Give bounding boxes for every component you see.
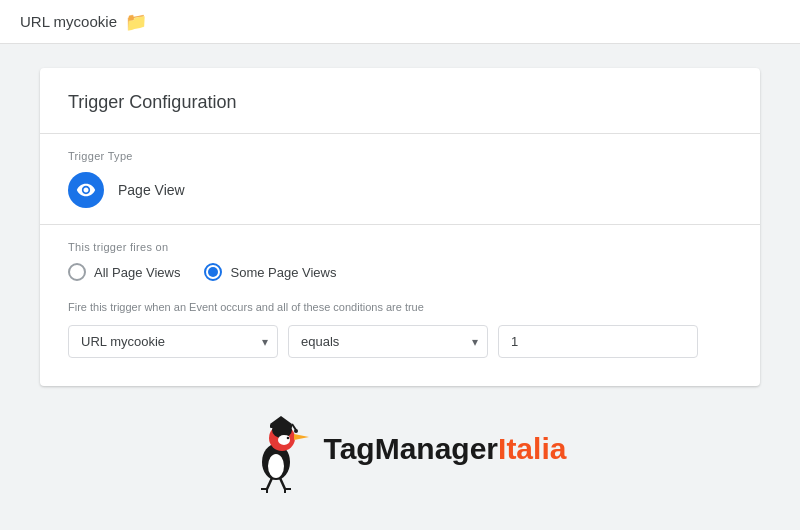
radio-label-some: Some Page Views: [230, 265, 336, 280]
branding-area: TagManagerItalia: [20, 386, 780, 504]
fires-on-section: This trigger fires on All Page Views Som…: [68, 225, 732, 281]
svg-point-1: [268, 454, 284, 478]
brand-text-orange: Italia: [498, 432, 566, 465]
radio-outer-some: [204, 263, 222, 281]
radio-label-all: All Page Views: [94, 265, 180, 280]
brand-text-container: TagManagerItalia: [324, 432, 567, 466]
svg-line-9: [280, 478, 285, 489]
brand-text-dark: TagManager: [324, 432, 498, 465]
eye-icon-svg: [76, 180, 96, 200]
field2-wrapper: equals ▾: [288, 325, 488, 358]
conditions-label: Fire this trigger when an Event occurs a…: [68, 301, 732, 313]
condition-field1-select[interactable]: URL mycookie: [68, 325, 278, 358]
svg-rect-14: [270, 424, 292, 428]
radio-group: All Page Views Some Page Views: [68, 263, 732, 281]
folder-icon[interactable]: 📁: [125, 11, 147, 33]
conditions-row: URL mycookie ▾ equals ▾: [68, 325, 732, 358]
radio-some-page-views[interactable]: Some Page Views: [204, 263, 336, 281]
trigger-type-value: Page View: [118, 182, 185, 198]
main-content: Trigger Configuration Trigger Type Page …: [0, 44, 800, 530]
page-title: URL mycookie: [20, 13, 117, 30]
trigger-type-section: Trigger Type Page View: [68, 134, 732, 224]
trigger-type-label: Trigger Type: [68, 150, 732, 162]
field1-wrapper: URL mycookie ▾: [68, 325, 278, 358]
page-view-icon: [68, 172, 104, 208]
radio-all-page-views[interactable]: All Page Views: [68, 263, 180, 281]
card-title: Trigger Configuration: [68, 92, 732, 113]
svg-marker-7: [294, 434, 309, 440]
condition-field2-select[interactable]: equals: [288, 325, 488, 358]
conditions-section: Fire this trigger when an Event occurs a…: [68, 281, 732, 358]
svg-marker-15: [270, 416, 292, 424]
radio-inner-some: [208, 267, 218, 277]
radio-outer-all: [68, 263, 86, 281]
fires-on-label: This trigger fires on: [68, 241, 732, 253]
top-bar: URL mycookie 📁: [0, 0, 800, 44]
trigger-config-card: Trigger Configuration Trigger Type Page …: [40, 68, 760, 386]
tagmanager-italia-logo: [234, 404, 324, 494]
svg-point-17: [294, 429, 298, 433]
svg-line-8: [267, 478, 272, 489]
branding-logo: TagManagerItalia: [234, 404, 567, 494]
condition-value-input[interactable]: [498, 325, 698, 358]
svg-point-6: [286, 437, 289, 440]
trigger-type-row: Page View: [68, 172, 732, 224]
